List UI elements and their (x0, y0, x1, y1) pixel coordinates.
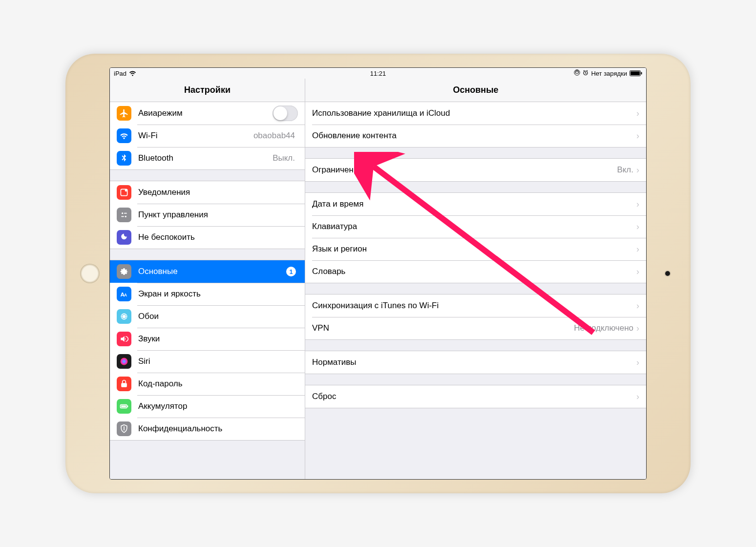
sidebar-item-value: obaobab44 (253, 131, 295, 141)
detail-item-background-refresh[interactable]: Обновление контента› (305, 125, 646, 147)
detail-item-keyboard[interactable]: Клавиатура› (305, 215, 646, 238)
sidebar-item-bluetooth[interactable]: BluetoothВыкл. (110, 147, 305, 169)
svg-point-0 (574, 70, 580, 75)
home-button[interactable] (80, 264, 100, 283)
svg-point-6 (125, 189, 127, 191)
sidebar-item-passcode[interactable]: Код-пароль (110, 373, 305, 395)
detail-item-storage[interactable]: Использование хранилища и iCloud› (305, 102, 646, 125)
chevron-right-icon: › (636, 358, 639, 368)
sidebar-item-label: Звуки (138, 334, 298, 344)
sidebar-item-general[interactable]: Основные1 (110, 260, 305, 283)
chevron-right-icon: › (636, 267, 639, 277)
charging-label: Нет зарядки (591, 70, 627, 77)
chevron-right-icon: › (636, 301, 639, 311)
sidebar-item-label: Обои (138, 312, 298, 321)
detail-item-vpn[interactable]: VPNНе подключено› (305, 317, 646, 339)
badge: 1 (286, 267, 296, 276)
detail-item-label: Нормативы (312, 358, 636, 367)
detail-item-label: Клавиатура (312, 222, 636, 231)
detail-item-value: Не подключено (574, 323, 633, 333)
device-label: iPad (114, 70, 126, 77)
sidebar-item-label: Код-пароль (138, 379, 298, 389)
sidebar-item-airplane[interactable]: Авиарежим (110, 102, 305, 125)
battery-icon (630, 70, 642, 76)
sidebar-item-sounds[interactable]: Звуки (110, 328, 305, 350)
sidebar-item-label: Аккумулятор (138, 401, 298, 411)
chevron-right-icon: › (636, 244, 639, 254)
sidebar-item-control-center[interactable]: Пункт управления (110, 204, 305, 226)
sidebar-item-notifications[interactable]: Уведомления (110, 181, 305, 204)
sidebar-item-label: Не беспокоить (138, 232, 298, 242)
airplane-mode-switch[interactable] (273, 105, 298, 121)
chevron-right-icon: › (636, 165, 639, 175)
wallpaper-icon (117, 309, 131, 324)
detail-item-label: Язык и регион (312, 244, 636, 254)
passcode-icon (117, 377, 131, 391)
sidebar-scroll[interactable]: АвиарежимWi-Fiobaobab44BluetoothВыкл.Уве… (110, 102, 305, 479)
wifi-icon (129, 71, 136, 76)
sidebar-title: Настройки (110, 79, 305, 102)
detail-item-restrictions[interactable]: ОграниченияВкл.› (305, 159, 646, 181)
orientation-lock-icon (574, 69, 580, 77)
svg-point-7 (122, 212, 123, 214)
sidebar-item-label: Основные (138, 267, 286, 276)
detail-item-reset[interactable]: Сброс› (305, 385, 646, 408)
detail-scroll[interactable]: Использование хранилища и iCloud›Обновле… (305, 102, 646, 479)
siri-icon (117, 354, 131, 369)
control-center-icon (117, 208, 131, 222)
sidebar-item-dnd[interactable]: Не беспокоить (110, 226, 305, 249)
detail-pane: Основные Использование хранилища и iClou… (305, 79, 646, 479)
privacy-icon (117, 421, 131, 436)
screen: iPad 11:21 Нет зарядки (109, 67, 647, 480)
svg-rect-3 (630, 71, 640, 75)
sidebar-item-wallpaper[interactable]: Обои (110, 305, 305, 328)
svg-point-9 (125, 216, 126, 217)
svg-rect-4 (641, 72, 642, 75)
sidebar-item-privacy[interactable]: Конфиденциальность (110, 418, 305, 440)
detail-item-label: Использование хранилища и iCloud (312, 108, 636, 118)
detail-item-label: Дата и время (312, 199, 636, 209)
sidebar-item-wifi[interactable]: Wi-Fiobaobab44 (110, 125, 305, 147)
detail-item-label: Обновление контента (312, 131, 636, 141)
sidebar-item-value: Выкл. (273, 153, 295, 163)
svg-rect-19 (127, 405, 128, 407)
svg-rect-10 (121, 216, 124, 217)
battery-icon (117, 399, 131, 414)
sidebar-item-label: Конфиденциальность (138, 424, 298, 434)
detail-item-label: Словарь (312, 267, 636, 276)
dnd-icon (117, 230, 131, 245)
ipad-device-frame: iPad 11:21 Нет зарядки (65, 54, 691, 493)
chevron-right-icon: › (636, 199, 639, 210)
detail-title: Основные (305, 79, 646, 102)
sidebar-item-battery[interactable]: Аккумулятор (110, 395, 305, 418)
sidebar-item-siri[interactable]: Siri (110, 350, 305, 373)
chevron-right-icon: › (636, 108, 639, 119)
detail-item-regulatory[interactable]: Нормативы› (305, 351, 646, 374)
svg-point-15 (121, 358, 128, 365)
detail-item-dictionary[interactable]: Словарь› (305, 260, 646, 283)
status-bar: iPad 11:21 Нет зарядки (110, 68, 646, 79)
camera-dot (665, 271, 670, 276)
sidebar-item-display[interactable]: AAЭкран и яркость (110, 283, 305, 305)
sounds-icon (117, 332, 131, 346)
display-icon: AA (117, 287, 131, 301)
sidebar-item-label: Wi-Fi (138, 131, 253, 141)
detail-item-label: Сброс (312, 392, 636, 401)
wifi-icon (117, 128, 131, 143)
bluetooth-icon (117, 151, 131, 166)
notifications-icon (117, 185, 131, 200)
detail-item-date-time[interactable]: Дата и время› (305, 193, 646, 215)
detail-item-language-region[interactable]: Язык и регион› (305, 238, 646, 260)
detail-item-itunes-wifi-sync[interactable]: Синхронизация с iTunes по Wi-Fi› (305, 295, 646, 317)
detail-item-label: Синхронизация с iTunes по Wi-Fi (312, 301, 636, 311)
general-icon (117, 264, 131, 279)
sidebar-item-label: Siri (138, 357, 298, 366)
settings-sidebar: Настройки АвиарежимWi-Fiobaobab44Bluetoo… (110, 79, 305, 479)
sidebar-item-label: Уведомления (138, 188, 298, 197)
chevron-right-icon: › (636, 222, 639, 232)
svg-rect-16 (121, 383, 127, 387)
detail-item-label: Ограничения (312, 165, 617, 175)
detail-item-value: Вкл. (617, 165, 633, 175)
svg-rect-8 (124, 213, 127, 214)
svg-rect-18 (121, 405, 126, 407)
